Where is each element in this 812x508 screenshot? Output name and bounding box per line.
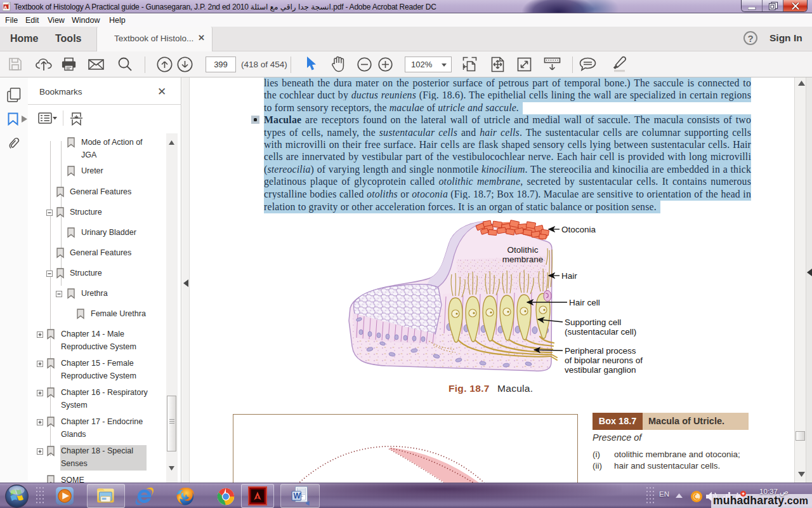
svg-text:membrane: membrane: [502, 255, 544, 264]
svg-text:(sustentacular cell): (sustentacular cell): [565, 327, 636, 337]
svg-text:A: A: [4, 5, 7, 10]
svg-text:Hair: Hair: [561, 271, 577, 281]
svg-text:Hair cell: Hair cell: [569, 298, 600, 307]
svg-text:Otolithic: Otolithic: [508, 245, 539, 255]
svg-text:vestibular ganglion: vestibular ganglion: [565, 365, 636, 375]
svg-text:Peripheral process: Peripheral process: [565, 346, 636, 356]
svg-text:Otoconia: Otoconia: [561, 225, 596, 234]
svg-text:W: W: [293, 491, 301, 500]
svg-text:Supporting cell: Supporting cell: [565, 318, 621, 327]
svg-text:of bipolar neurons of: of bipolar neurons of: [565, 356, 643, 365]
